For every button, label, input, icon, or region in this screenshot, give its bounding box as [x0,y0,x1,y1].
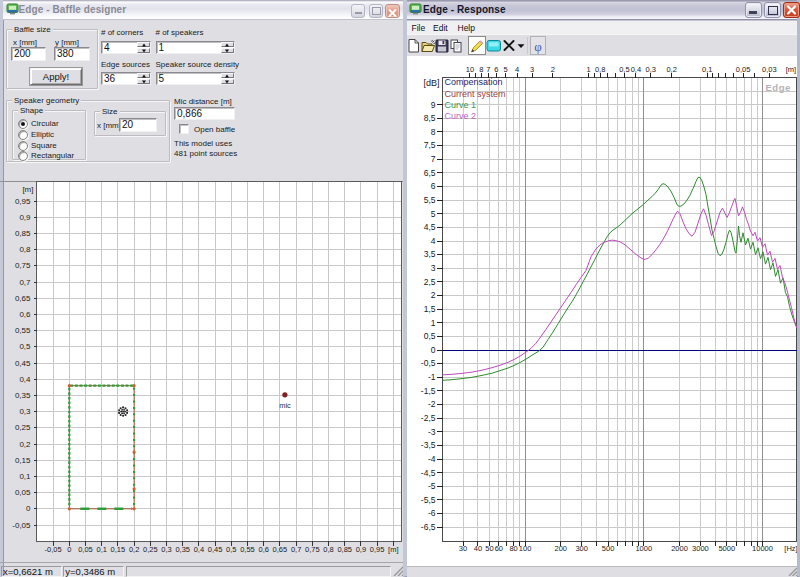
svg-text:40: 40 [474,544,482,553]
svg-text:0,05: 0,05 [15,488,31,497]
svg-text:[m]: [m] [786,65,796,74]
svg-text:0,2: 0,2 [129,545,139,554]
svg-text:[m]: [m] [22,185,33,194]
svg-text:0,9: 0,9 [356,545,366,554]
svg-text:30: 30 [459,544,467,553]
svg-text:[m]: [m] [388,545,398,554]
svg-text:5,5: 5,5 [424,195,436,205]
svg-text:0,75: 0,75 [305,545,320,554]
svg-text:0,5: 0,5 [19,342,31,351]
svg-text:0,75: 0,75 [15,261,31,270]
svg-text:500: 500 [602,544,615,553]
svg-text:3000: 3000 [692,544,709,553]
svg-text:0,05: 0,05 [78,545,93,554]
svg-text:-0,05: -0,05 [12,521,31,530]
svg-text:200: 200 [555,544,568,553]
svg-text:0,3: 0,3 [19,407,31,416]
svg-text:2,5: 2,5 [424,277,436,287]
svg-text:0,1: 0,1 [702,65,712,74]
svg-text:0,9: 0,9 [19,213,31,222]
svg-text:-3: -3 [428,427,436,437]
svg-text:0,6: 0,6 [19,310,31,319]
svg-text:-4,5: -4,5 [421,468,436,478]
svg-text:0,1: 0,1 [19,472,31,481]
svg-text:-2: -2 [428,399,436,409]
svg-text:0,5: 0,5 [424,331,436,341]
svg-text:mic: mic [279,401,291,410]
svg-text:5: 5 [431,209,436,219]
svg-text:[Hz]: [Hz] [784,544,797,553]
svg-text:0,25: 0,25 [15,423,31,432]
svg-text:60: 60 [495,544,503,553]
svg-text:100: 100 [519,544,532,553]
svg-text:0,7: 0,7 [19,278,31,287]
svg-text:8: 8 [479,65,483,74]
svg-text:3: 3 [431,263,436,273]
svg-text:1: 1 [431,318,436,328]
svg-text:0,2: 0,2 [19,440,31,449]
svg-text:10: 10 [466,65,474,74]
svg-text:0: 0 [26,504,31,513]
svg-text:0,85: 0,85 [337,545,352,554]
svg-text:0,7: 0,7 [291,545,301,554]
svg-text:7: 7 [486,65,490,74]
svg-text:-4: -4 [428,454,436,464]
svg-text:Edge: Edge [766,82,791,93]
svg-text:Current system: Current system [445,89,506,99]
svg-text:0,45: 0,45 [208,545,223,554]
svg-text:0,03: 0,03 [762,65,777,74]
svg-text:0,8: 0,8 [323,545,333,554]
svg-text:0,45: 0,45 [15,359,31,368]
svg-text:2: 2 [551,65,555,74]
svg-text:8: 8 [431,127,436,137]
svg-text:0,95: 0,95 [15,197,31,206]
svg-text:0,65: 0,65 [273,545,288,554]
svg-text:0: 0 [67,545,71,554]
svg-text:4,5: 4,5 [424,222,436,232]
svg-text:0,55: 0,55 [240,545,255,554]
svg-text:1000: 1000 [635,544,652,553]
svg-text:-6: -6 [428,508,436,518]
svg-text:[dB]: [dB] [423,78,439,88]
svg-text:50: 50 [485,544,493,553]
svg-text:0,3: 0,3 [645,65,655,74]
svg-text:Compensation: Compensation [445,77,503,87]
svg-text:-1,5: -1,5 [421,386,436,396]
svg-text:-0,5: -0,5 [421,358,436,368]
svg-text:0,35: 0,35 [15,391,31,400]
svg-text:0,4: 0,4 [19,375,31,384]
svg-text:Curve 2: Curve 2 [445,111,477,121]
svg-text:Curve 1: Curve 1 [445,100,477,110]
svg-text:6: 6 [431,181,436,191]
svg-text:7,5: 7,5 [424,140,436,150]
svg-text:0,2: 0,2 [666,65,676,74]
svg-text:0,15: 0,15 [15,456,31,465]
svg-text:-5,5: -5,5 [421,495,436,505]
svg-text:4: 4 [515,65,519,74]
svg-text:0,85: 0,85 [15,229,31,238]
svg-text:7: 7 [431,154,436,164]
svg-text:300: 300 [575,544,588,553]
svg-text:9: 9 [431,100,436,110]
svg-text:0,4: 0,4 [194,545,204,554]
svg-text:2000: 2000 [671,544,688,553]
svg-text:0,1: 0,1 [96,545,106,554]
svg-text:0,65: 0,65 [15,294,31,303]
svg-text:6: 6 [494,65,498,74]
svg-text:0,4: 0,4 [631,65,641,74]
svg-text:8,5: 8,5 [424,113,436,123]
svg-text:4: 4 [431,236,436,246]
svg-text:-0,05: -0,05 [45,545,62,554]
svg-text:0,5: 0,5 [226,545,236,554]
svg-text:3: 3 [530,65,534,74]
svg-text:0,6: 0,6 [258,545,268,554]
svg-text:-3,5: -3,5 [421,440,436,450]
svg-text:-6,5: -6,5 [421,522,436,532]
svg-text:2: 2 [431,290,436,300]
svg-text:0,8: 0,8 [19,245,31,254]
svg-text:-2,5: -2,5 [421,413,436,423]
svg-text:0,55: 0,55 [15,326,31,335]
svg-text:0,3: 0,3 [161,545,171,554]
svg-text:-1: -1 [428,372,436,382]
svg-text:6,5: 6,5 [424,168,436,178]
